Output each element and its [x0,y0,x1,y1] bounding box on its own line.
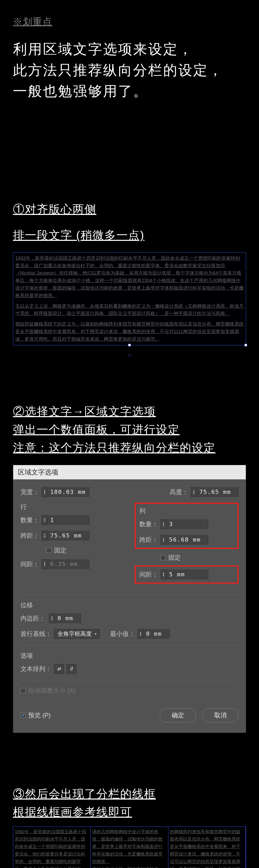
step3-heading-1: ③然后会出现了分栏的线框 [13,785,246,803]
cols-fixed-label: 固定 [168,554,181,562]
rows-count-spinner[interactable]: ▲▼ 1 [42,515,89,525]
rows-gutter-spinner: ▲▼ 6.35 mm [42,559,89,569]
section-1: ①对齐版心两侧 排一段文字 (稍微多一点) 1692年，新登基的法国国王路易十四… [13,200,246,345]
step2-heading-1: ②选择文字→区域文字选项 [13,402,246,421]
inset-spinner[interactable]: ▲▼ 0 mm [49,613,81,623]
rows-span-label: 跨距： [21,531,39,540]
frame-handle[interactable] [128,344,131,346]
baseline-label: 首行基线： [21,630,52,638]
section-2: ②选择文字→区域文字选项 弹出一个数值面板，可进行设定 注意：这个方法只推荐纵向… [13,402,246,733]
single-text-frame[interactable]: 1692年，新登基的法国国王路易十四意识到法国的印刷水平不尽人意，因此命令成立一… [13,252,246,345]
spinner-arrows-icon[interactable]: ▲▼ [161,535,166,545]
spinner-arrows-icon[interactable]: ▲▼ [138,629,143,639]
preview-checkbox[interactable]: ✔ 预览 (P) [21,711,51,719]
divider [21,594,238,595]
rows-fixed-label: 固定 [54,546,67,555]
column-1: 1692年，新登基的法国国王路易十四意识到法国的印刷水平不尽人意，因此命令成立一… [13,827,91,868]
cancel-button[interactable]: 取消 [202,708,238,722]
textflow-vertical-icon: ⇵ [70,666,73,672]
min-value[interactable]: 0 mm [143,629,169,639]
paragraph-1: 1692年，新登基的法国国王路易十四意识到法国的印刷水平不尽人意，因此命令成立一… [15,255,244,300]
cols-section-label: 列 [139,507,234,515]
checkbox-icon [21,688,26,693]
ok-button[interactable]: 确定 [160,708,196,722]
section-3: ③然后会出现了分栏的线框 根据线框画参考线即可 1692年，新登基的法国国王路易… [13,785,246,868]
columns-redbox: 列 数量： ▲▼ 3 跨距： ▲▼ 56.68 [135,503,238,549]
baseline-value: 全角字框高度 [58,630,92,638]
width-label: 宽度： [21,488,39,496]
cols-gutter-label: 间距： [139,570,158,579]
width-spinner[interactable]: ▲▼ 180.03 mm [42,487,89,497]
column-2: 谨的几何网格网络中设计字体的形状，版面的编排，试验传达功能的效果，是世界上最早对… [91,827,168,868]
rows-count-label: 数量： [21,516,39,524]
chevron-down-icon: ▾ [95,632,96,636]
textflow-horizontal-icon: ⇄ [57,666,61,672]
rows-section-label: 行 [21,503,124,511]
rows-span-value[interactable]: 75.65 mm [47,531,89,540]
cols-count-spinner[interactable]: ▲▼ 3 [161,519,208,529]
dialog-title: 区域文字选项 [13,465,246,479]
inset-value[interactable]: 0 mm [55,613,81,623]
rows-count-value[interactable]: 1 [47,515,89,525]
area-type-options-dialog: 区域文字选项 宽度： ▲▼ 180.03 mm 高度： ▲▼ 75.65 mm [13,465,246,733]
height-label: 高度： [170,488,188,496]
checkbox-icon [161,555,166,560]
spinner-arrows-icon[interactable]: ▲▼ [42,531,47,540]
step1-heading-2: 排一段文字 (稍微多一点) [13,226,246,244]
cols-fixed-checkbox[interactable]: 固定 [161,554,181,562]
width-value[interactable]: 180.03 mm [47,487,89,497]
cols-span-spinner[interactable]: ▲▼ 56.68 mm [161,535,208,545]
textflow-horizontal-button[interactable]: ⇄ [54,664,64,674]
inset-label: 内边距： [21,614,46,622]
rows-gutter-value: 6.35 mm [47,559,89,569]
rows-gutter-label: 间距： [21,560,39,568]
cols-count-label: 数量： [139,520,158,528]
anchor-icon: ◇ [128,352,131,358]
cols-span-value[interactable]: 56.68 mm [166,535,208,545]
preview-label: 预览 (P) [28,711,51,719]
step1-heading-1: ①对齐版心两侧 [13,200,246,218]
spinner-arrows-icon[interactable]: ▲▼ [49,614,55,623]
spinner-arrows-icon[interactable]: ▲▼ [42,516,47,525]
divider [21,680,238,680]
keypoint-label: ※划重点 [13,16,246,28]
paragraph-3: 我给田鼠栅格系统下的定义为：以规则的网格阵列来指导和规范网页中的版面布局以及信息… [15,320,244,343]
height-value[interactable]: 75.65 mm [197,487,238,497]
cols-gutter-value[interactable]: 5 mm [166,569,208,580]
min-label: 最小值： [110,630,135,638]
autoresize-label: 自动调整大小 (A) [28,686,76,695]
frame-handle[interactable] [245,344,247,346]
baseline-select[interactable]: 全角字框高度 ▾ [54,629,100,639]
intro-text: 利用区域文字选项来设定， 此方法只推荐纵向分栏的设定， 一般也勉强够用了。 [13,39,246,102]
spinner-arrows-icon[interactable]: ▲▼ [191,487,197,497]
spinner-arrows-icon[interactable]: ▲▼ [161,570,166,579]
spinner-arrows-icon[interactable]: ▲▼ [42,487,47,497]
multi-column-text-frame[interactable]: 1692年，新登基的法国国王路易十四意识到法国的印刷水平不尽人意，因此命令成立一… [13,827,246,868]
checkbox-checked-icon: ✔ [21,713,26,718]
step2-heading-3: 注意：这个方法只推荐纵向分栏的设定 [13,439,246,457]
rows-span-spinner[interactable]: ▲▼ 75.65 mm [42,531,89,540]
cols-span-label: 跨距： [139,536,158,544]
rows-fixed-checkbox[interactable]: 固定 [46,546,67,555]
step2-heading-2: 弹出一个数值面板，可进行设定 [13,421,246,439]
cols-gutter-spinner[interactable]: ▲▼ 5 mm [161,569,208,580]
checkbox-icon [46,548,52,553]
spinner-arrows-icon[interactable]: ▲▼ [161,520,166,529]
min-spinner[interactable]: ▲▼ 0 mm [137,629,170,639]
gutter-redbox: 间距： ▲▼ 5 mm [135,565,238,584]
spinner-arrows-icon: ▲▼ [42,559,47,569]
divider [21,645,238,645]
options-label: 选项 [21,652,238,660]
offset-label: 位移 [21,601,238,609]
textflow-label: 文本排列： [21,665,52,673]
autoresize-checkbox: 自动调整大小 (A) [21,686,76,695]
textflow-vertical-button[interactable]: ⇵ [67,664,76,674]
cols-count-value[interactable]: 3 [166,519,208,529]
step3-heading-2: 根据线框画参考线即可 [13,803,246,821]
column-3: 的网格阵列来指导和规范网页中的版面布局以及信息分布。网页栅格系统是从平面栅格系统… [168,827,246,868]
paragraph-2: 无以从定义上说，网格更为准确些，从维基百科看到栅格的定义为：栅格设计系统（又称网… [15,303,244,318]
height-spinner[interactable]: ▲▼ 75.65 mm [191,487,238,497]
